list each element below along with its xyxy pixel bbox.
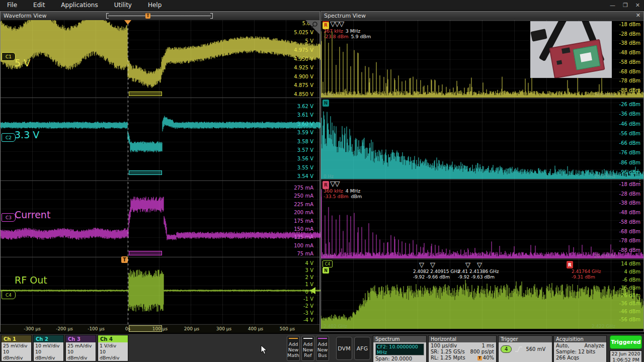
- marker-freq: 2.41 2.41386 GHz: [458, 269, 499, 275]
- ch2-scale-label: 3.55 V: [297, 165, 313, 170]
- pan-zoom-slider[interactable]: T: [106, 13, 213, 19]
- zoom-window-highlight[interactable]: [129, 325, 162, 332]
- close-icon[interactable]: ✕: [635, 2, 640, 9]
- add-bus-line: Bus: [318, 352, 327, 358]
- slider-right-bracket[interactable]: [210, 13, 213, 19]
- ch3-zoom-region-bar[interactable]: [129, 251, 162, 255]
- ch4-ground-marker-icon[interactable]: [310, 287, 315, 294]
- ch3-settings-badge[interactable]: Ch 3 25 mA/div 10 dBm/div 200 MHzBW: [65, 335, 96, 361]
- ch1-label: 5 V: [15, 57, 30, 68]
- ch3-scale-label: 175 mA: [294, 218, 313, 224]
- ref-marker-freq: 360 kHz: [324, 188, 343, 194]
- horizontal-settings-panel[interactable]: Horizontal 100 µs/div1 ms SR: 1.25 GS/s8…: [428, 335, 497, 362]
- trigger-position-icon[interactable]: [124, 20, 131, 25]
- oscilloscope-screen: File Edit Applications Utility Help — ❐ …: [0, 0, 644, 362]
- spectrum4-scale-label: -46 dBm: [619, 309, 640, 314]
- sample-rate: SR: 1.25 GS/s: [431, 349, 465, 355]
- ch3-scale-label: 275 mA: [294, 185, 313, 191]
- acquisition-analyze: Analyze: [585, 343, 604, 349]
- board-ic: [561, 47, 570, 54]
- normal-trace-badge[interactable]: N: [323, 267, 329, 274]
- peak-marker-icons[interactable]: ▽▽▽: [330, 20, 343, 28]
- acquisition-panel-title: Acquisition: [554, 336, 606, 342]
- ch4-scale-label: 2 V: [305, 275, 313, 280]
- channel1-slice: 5.055.025 V5 V4.975 V4.950 V4.925 V4.900…: [1, 20, 319, 98]
- minimize-icon[interactable]: —: [610, 2, 615, 9]
- peak-marker-icon[interactable]: ▽: [430, 261, 435, 268]
- ch3-badge[interactable]: C3: [2, 213, 16, 222]
- trigger-level-marker[interactable]: T: [121, 256, 128, 263]
- spectrum-close-icon[interactable]: ✕: [636, 12, 640, 19]
- ch2-zoom-region-bar[interactable]: [129, 170, 162, 175]
- ch2-scale: 3.62 V3.61 V3.60 V3.59 V3.58 V3.57 V3.56…: [297, 104, 313, 179]
- marker-readout: 360 kHz4 MHz -33.5 dBmdBm: [324, 188, 362, 199]
- add-ref-line: Add: [303, 341, 312, 347]
- time-label: 300 µs: [216, 326, 231, 331]
- ref-marker-badge[interactable]: R: [567, 261, 573, 268]
- peak-marker-icon[interactable]: ▽: [477, 261, 482, 268]
- ch2-scale-label: 3.56 V: [297, 156, 313, 161]
- normal-trace-badge[interactable]: N: [323, 100, 329, 107]
- ch2-badge[interactable]: C2: [2, 133, 16, 142]
- channel3-slice: 275 mA250 mA225 mA200 mA175 mA150 mA125 …: [1, 181, 319, 257]
- spectrum1-scale-label: -68 dBm: [619, 69, 640, 74]
- spectrum1-scale-label: -88 dBm: [619, 87, 640, 93]
- rf-module: [573, 45, 601, 70]
- ch1-scale-label: 4.925 V: [294, 65, 313, 70]
- menu-help[interactable]: Help: [148, 2, 162, 9]
- ch1-scale-label: 4.975 V: [294, 47, 313, 53]
- slider-trigger-marker[interactable]: T: [145, 13, 150, 19]
- ch3-scale-label: 200 mA: [294, 210, 313, 215]
- peak-marker-icon[interactable]: ▽: [419, 261, 424, 268]
- add-new-math-button[interactable]: Add New Math: [287, 336, 300, 361]
- dvm-button[interactable]: DVM: [336, 337, 352, 360]
- spectrum2-scale-label: -76 dBm: [619, 150, 640, 155]
- slider-left-bracket[interactable]: [106, 13, 109, 19]
- acquisition-settings-panel[interactable]: Acquisition Auto,Analyze Sample: 12 bits…: [553, 335, 607, 362]
- trigger-position-icon: T: [477, 356, 482, 360]
- ref-marker-readout: 2.41764 GHz -9.31 dBm: [572, 269, 601, 280]
- trigger-source-badge[interactable]: 4: [501, 345, 512, 353]
- waveform-view-window: Waveform View T 5.055.025 V5 V4.975 V4.9…: [0, 11, 320, 332]
- ch4-label: RF Out: [15, 275, 47, 286]
- center-frequency-field[interactable]: CF2: 10.0000000 MHz: [375, 343, 424, 355]
- spectrum-settings-panel[interactable]: Spectrum CF2: 10.0000000 MHz Span: 20.00…: [373, 335, 427, 362]
- menu-applications[interactable]: Applications: [61, 2, 98, 9]
- ch4-badge[interactable]: C4: [2, 291, 16, 299]
- ch1-settings-badge[interactable]: Ch 1 25 mV/div 10 dBm/div 1 GHzBW: [1, 335, 32, 361]
- triggered-status-badge: Triggered: [610, 335, 642, 349]
- trigger-settings-panel[interactable]: Trigger 4 560 mV: [498, 335, 552, 362]
- date-value: 22 Jun 2020: [610, 351, 641, 357]
- ch2-settings-badge[interactable]: Ch 2 10 mV/div 10 dBm/div 4 GHzBW: [33, 335, 64, 361]
- ch1-badge[interactable]: C1: [2, 52, 16, 61]
- restore-icon[interactable]: ❐: [623, 2, 628, 9]
- menu-file[interactable]: File: [7, 2, 17, 9]
- ch4-spectrum-badge[interactable]: C4: [323, 260, 333, 267]
- ch2-scale-label: 3.61 V: [297, 112, 313, 118]
- waveform-view-titlebar[interactable]: Waveform View T: [1, 12, 319, 21]
- add-new-ref-button[interactable]: Add New Ref: [301, 336, 314, 361]
- ch4-settings-badge[interactable]: Ch 4 1 V/div 10 dBm/div 8 GHz: [98, 335, 128, 361]
- ch1-zoom-region-bar[interactable]: [129, 92, 162, 96]
- marker-readout: 2.41 2.41386 GHz -9.92 -9.63 dBm: [458, 269, 499, 280]
- ch2-scale-label: 3.59 V: [297, 130, 313, 135]
- afg-button[interactable]: AFG: [354, 337, 370, 360]
- menu-edit[interactable]: Edit: [33, 2, 45, 9]
- channel4-slice: 4 V3 V2 V1 V0 V-1 V-2 V-3 V-4 V C4 RF Ou…: [1, 257, 319, 324]
- ch3-scale-label: 75 mA: [297, 251, 314, 256]
- ch4-scale-label: 3 V: [305, 267, 313, 273]
- ch1-scale-label: 4.900 V: [294, 74, 313, 79]
- ch3-scale-label: 225 mA: [294, 202, 313, 207]
- resize-grip-icon[interactable]: ⋮: [637, 179, 643, 184]
- resolution: 800 ps/pt: [470, 349, 494, 355]
- marker-freq: 2.4082 2.40915 GHz: [413, 269, 460, 275]
- ch4-scale-label: -4 V: [303, 317, 313, 323]
- datetime-display: 22 Jun 2020 1:06:52 PM: [610, 350, 642, 362]
- time-label: 500 µs: [280, 326, 295, 331]
- add-new-bus-button[interactable]: Add New Bus: [316, 336, 329, 361]
- ch3-settings-header: Ch 3: [66, 335, 96, 342]
- peak-marker-icon[interactable]: ▽: [465, 261, 470, 268]
- peak-marker-icons[interactable]: ▽▽: [330, 179, 339, 188]
- spectrum3-scale-label: -68 dBm: [619, 229, 640, 234]
- menu-utility[interactable]: Utility: [114, 2, 132, 9]
